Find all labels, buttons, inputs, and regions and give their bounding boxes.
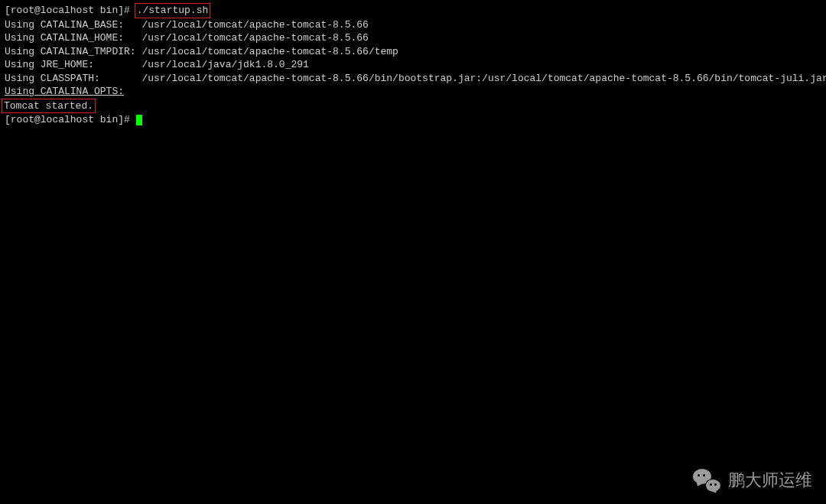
output-classpath: Using CLASSPATH: /usr/local/tomcat/apach… bbox=[5, 72, 821, 86]
startup-command: ./startup.sh bbox=[137, 5, 209, 16]
tomcat-started-line: Tomcat started. bbox=[5, 99, 821, 114]
output-catalina-home: Using CATALINA_HOME: /usr/local/tomcat/a… bbox=[5, 31, 821, 45]
prompt-line-1: [root@localhost bin]# ./startup.sh bbox=[5, 3, 821, 18]
output-catalina-tmpdir: Using CATALINA_TMPDIR: /usr/local/tomcat… bbox=[5, 45, 821, 59]
output-catalina-opts: Using CATALINA_OPTS: bbox=[5, 85, 821, 99]
watermark-text: 鹏大师运维 bbox=[728, 469, 812, 492]
command-highlight-box: ./startup.sh bbox=[135, 3, 211, 18]
shell-prompt-2: [root@localhost bin]# bbox=[5, 114, 136, 125]
tomcat-started-text: Tomcat started. bbox=[4, 100, 93, 112]
output-catalina-base: Using CATALINA_BASE: /usr/local/tomcat/a… bbox=[5, 18, 821, 32]
watermark: 鹏大师运维 bbox=[693, 469, 812, 492]
wechat-icon bbox=[693, 469, 720, 492]
shell-prompt: [root@localhost bin]# bbox=[5, 5, 136, 16]
cursor bbox=[136, 115, 142, 125]
output-jre-home: Using JRE_HOME: /usr/local/java/jdk1.8.0… bbox=[5, 58, 821, 72]
prompt-line-2[interactable]: [root@localhost bin]# bbox=[5, 113, 821, 127]
started-highlight-box: Tomcat started. bbox=[2, 99, 96, 114]
